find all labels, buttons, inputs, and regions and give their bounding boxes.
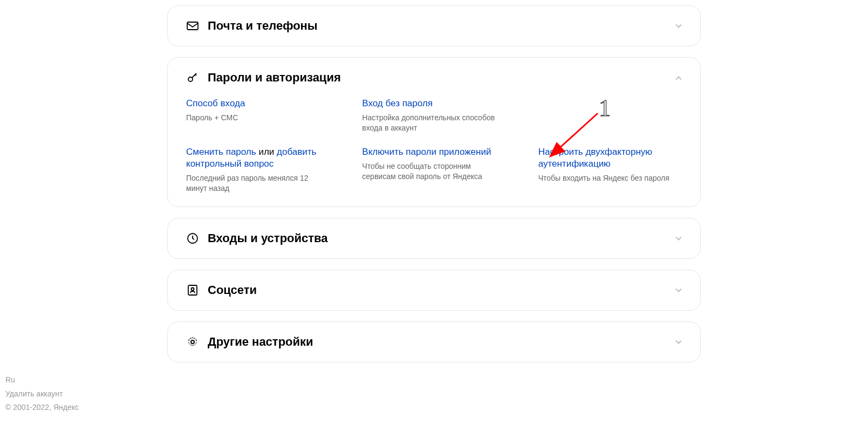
desc-login-method: Пароль + СМС bbox=[186, 113, 330, 123]
setting-two-factor: Настроить двухфакторную аутентификацию Ч… bbox=[538, 146, 682, 194]
footer-lang[interactable]: Ru bbox=[5, 375, 15, 384]
desc-app-passwords: Чтобы не сообщать сторонним сервисам сво… bbox=[362, 161, 505, 182]
svg-point-4 bbox=[192, 287, 194, 290]
setting-empty bbox=[538, 98, 682, 133]
card-mail-phones[interactable]: Почта и телефоны bbox=[167, 5, 701, 46]
link-no-password[interactable]: Вход без пароля bbox=[362, 98, 505, 109]
link-two-factor[interactable]: Настроить двухфакторную аутентификацию bbox=[538, 146, 682, 170]
svg-point-1 bbox=[188, 77, 193, 81]
card-header-logins[interactable]: Входы и устройства bbox=[186, 231, 682, 245]
setting-change-password: Сменить пароль или добавить контрольный … bbox=[186, 146, 330, 194]
card-header-other[interactable]: Другие настройки bbox=[186, 335, 682, 349]
card-header-social[interactable]: Соцсети bbox=[186, 283, 682, 297]
chevron-down-icon bbox=[673, 337, 684, 347]
setting-app-passwords: Включить пароли приложений Чтобы не сооб… bbox=[362, 146, 505, 194]
key-icon bbox=[186, 71, 199, 84]
card-title-passwords: Пароли и авторизация bbox=[208, 71, 341, 85]
card-title-other: Другие настройки bbox=[208, 335, 313, 349]
chevron-down-icon bbox=[673, 285, 684, 296]
mail-icon bbox=[186, 19, 199, 32]
clock-icon bbox=[186, 232, 199, 245]
card-header-mail[interactable]: Почта и телефоны bbox=[186, 19, 682, 33]
link-login-method[interactable]: Способ входа bbox=[186, 98, 330, 109]
footer-left: Ru Удалить аккаунт © 2001-2022, Яндекс bbox=[5, 373, 79, 414]
card-logins-devices[interactable]: Входы и устройства bbox=[167, 218, 701, 259]
card-social[interactable]: Соцсети bbox=[167, 270, 701, 311]
footer-delete-account[interactable]: Удалить аккаунт bbox=[5, 389, 63, 398]
cp-middle: или bbox=[256, 147, 277, 157]
link-change-password[interactable]: Сменить пароль bbox=[186, 147, 256, 157]
desc-change-password: Последний раз пароль менялся 12 минут на… bbox=[186, 173, 330, 194]
chevron-down-icon bbox=[673, 233, 684, 244]
link-app-passwords[interactable]: Включить пароли приложений bbox=[362, 146, 505, 158]
setting-no-password: Вход без пароля Настройка дополнительных… bbox=[362, 98, 505, 133]
social-icon bbox=[186, 284, 199, 297]
gear-icon bbox=[186, 335, 199, 348]
card-title-social: Соцсети bbox=[208, 283, 257, 297]
change-password-text: Сменить пароль или добавить контрольный … bbox=[186, 146, 330, 170]
footer-copyright: © 2001-2022, Яндекс bbox=[5, 401, 79, 414]
desc-no-password: Настройка дополнительных способов входа … bbox=[362, 113, 505, 133]
card-header-passwords[interactable]: Пароли и авторизация bbox=[186, 71, 682, 85]
card-other[interactable]: Другие настройки bbox=[167, 321, 701, 362]
chevron-down-icon bbox=[673, 20, 684, 31]
card-title-logins: Входы и устройства bbox=[208, 231, 328, 245]
setting-login-method: Способ входа Пароль + СМС bbox=[186, 98, 330, 133]
card-passwords: Пароли и авторизация Способ входа Пароль… bbox=[167, 57, 701, 207]
card-title-mail: Почта и телефоны bbox=[208, 19, 318, 33]
card-body-passwords: Способ входа Пароль + СМС Вход без парол… bbox=[186, 98, 682, 194]
desc-two-factor: Чтобы входить на Яндекс без пароля bbox=[538, 173, 682, 183]
chevron-up-icon bbox=[673, 73, 684, 84]
svg-rect-0 bbox=[187, 22, 198, 30]
